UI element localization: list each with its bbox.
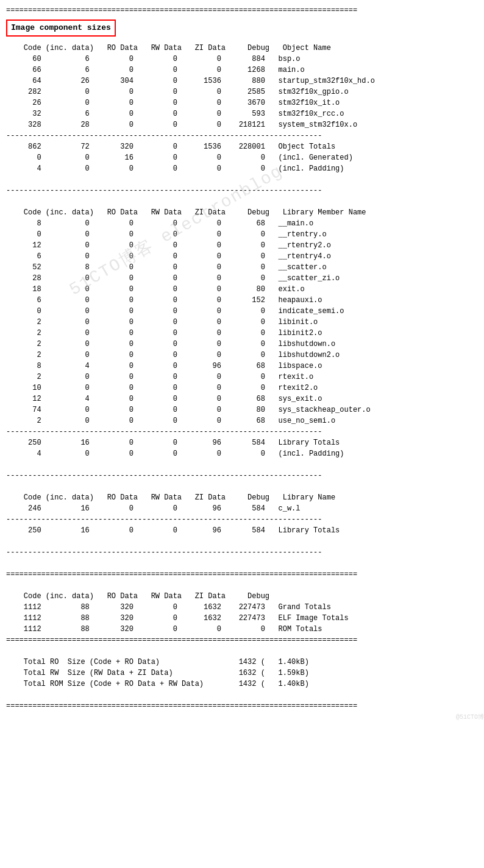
table-row: 1112 88 320 0 1632 227473 Grand Totals xyxy=(6,602,484,613)
table-row: 12 0 0 0 0 0 __rtentry2.o xyxy=(6,240,484,251)
table-row: 28 0 0 0 0 0 __scatter_zi.o xyxy=(6,273,484,284)
table-row: 66 6 0 0 0 1268 main.o xyxy=(6,65,484,76)
table-row: Total RO Size (Code + RO Data) 1432 ( 1.… xyxy=(6,657,484,668)
table-row: 246 16 0 0 96 584 c_w.l xyxy=(6,503,484,514)
table-row: 2 0 0 0 0 0 libshutdown2.o xyxy=(6,350,484,361)
table-row: 0 0 0 0 0 0 __rtentry.o xyxy=(6,229,484,240)
table-row: 862 72 320 0 1536 228001 Object Totals xyxy=(6,141,484,152)
grand-totals-rows: 1112 88 320 0 1632 227473 Grand Totals 1… xyxy=(6,602,484,635)
table-row: 0 0 0 0 0 0 indicate_semi.o xyxy=(6,306,484,317)
table-row: 2 0 0 0 0 0 rtexit.o xyxy=(6,372,484,383)
final-eq-line: ========================================… xyxy=(6,700,484,711)
table-row: 74 0 0 0 0 80 sys_stackheap_outer.o xyxy=(6,404,484,415)
table-row: 6 0 0 0 0 152 heapauxi.o xyxy=(6,295,484,306)
table-row: 250 16 0 0 96 584 Library Totals xyxy=(6,525,484,536)
object-table-header: Code (inc. data) RO Data RW Data ZI Data… xyxy=(6,43,484,54)
table-row: 6 0 0 0 0 0 __rtentry4.o xyxy=(6,251,484,262)
table-row: 1112 88 320 0 1632 227473 ELF Image Tota… xyxy=(6,613,484,624)
table-row: 8 0 0 0 0 68 __main.o xyxy=(6,218,484,229)
top-eq-line: ========================================… xyxy=(6,5,484,16)
table-row: 1112 88 320 0 0 0 ROM Totals xyxy=(6,624,484,635)
lib-name-table-rows: 246 16 0 0 96 584 c_w.l xyxy=(6,503,484,514)
table-row: Total RW Size (RW Data + ZI Data) 1632 (… xyxy=(6,668,484,679)
table-row: 4 0 0 0 0 0 (incl. Padding) xyxy=(6,448,484,459)
lib-member-table-rows: 8 0 0 0 0 68 __main.o 0 0 0 0 0 0 __rten… xyxy=(6,218,484,426)
page-wrapper: 51CTO博客 electronblog ===================… xyxy=(6,5,484,868)
dash-line-3: ----------------------------------------… xyxy=(6,426,484,437)
table-row: 2 0 0 0 0 0 libshutdown.o xyxy=(6,339,484,350)
section-title: Image component sizes xyxy=(6,19,116,37)
dash-line-5: ----------------------------------------… xyxy=(6,514,484,525)
grand-totals-header: Code (inc. data) RO Data RW Data ZI Data… xyxy=(6,591,484,602)
table-row: 8 4 0 0 96 68 libspace.o xyxy=(6,361,484,372)
dash-line-6: ----------------------------------------… xyxy=(6,547,484,558)
dash-line-4: ----------------------------------------… xyxy=(6,470,484,481)
table-row: 64 26 304 0 1536 880 startup_stm32f10x_h… xyxy=(6,76,484,86)
table-row: 60 6 0 0 0 884 bsp.o xyxy=(6,54,484,65)
lib-name-table-header: Code (inc. data) RO Data RW Data ZI Data… xyxy=(6,492,484,503)
summary-rows: Total RO Size (Code + RO Data) 1432 ( 1.… xyxy=(6,657,484,690)
table-row: 10 0 0 0 0 0 rtexit2.o xyxy=(6,383,484,393)
object-table-rows: 60 6 0 0 0 884 bsp.o 66 6 0 0 0 1268 mai… xyxy=(6,54,484,130)
table-row: 2 0 0 0 0 0 libinit.o xyxy=(6,317,484,328)
footer-watermark: @51CTO博客 xyxy=(6,713,484,722)
dash-line-2: ----------------------------------------… xyxy=(6,185,484,196)
lib-member-totals: 250 16 0 0 96 584 Library Totals 4 0 0 0… xyxy=(6,437,484,459)
lib-name-totals: 250 16 0 0 96 584 Library Totals xyxy=(6,525,484,536)
grand-eq-line-bottom: ========================================… xyxy=(6,635,484,646)
table-row: 18 0 0 0 0 80 exit.o xyxy=(6,284,484,295)
table-row: 250 16 0 0 96 584 Library Totals xyxy=(6,437,484,448)
table-row: 12 4 0 0 0 68 sys_exit.o xyxy=(6,393,484,404)
table-row: 2 0 0 0 0 68 use_no_semi.o xyxy=(6,415,484,426)
table-row: 4 0 0 0 0 0 (incl. Padding) xyxy=(6,163,484,174)
table-row: 328 28 0 0 0 218121 system_stm32f10x.o xyxy=(6,119,484,130)
dash-line-1: ----------------------------------------… xyxy=(6,130,484,141)
table-row: 26 0 0 0 0 3670 stm32f10x_it.o xyxy=(6,97,484,108)
object-totals: 862 72 320 0 1536 228001 Object Totals 0… xyxy=(6,141,484,174)
table-row: 52 8 0 0 0 0 __scatter.o xyxy=(6,262,484,273)
lib-member-table-header: Code (inc. data) RO Data RW Data ZI Data… xyxy=(6,207,484,218)
table-row: Total ROM Size (Code + RO Data + RW Data… xyxy=(6,679,484,690)
table-row: 2 0 0 0 0 0 libinit2.o xyxy=(6,328,484,339)
table-row: 0 0 16 0 0 0 (incl. Generated) xyxy=(6,152,484,163)
grand-eq-line-top: ========================================… xyxy=(6,569,484,580)
table-row: 32 6 0 0 0 593 stm32f10x_rcc.o xyxy=(6,108,484,119)
table-row: 282 0 0 0 0 2585 stm32f10x_gpio.o xyxy=(6,86,484,97)
